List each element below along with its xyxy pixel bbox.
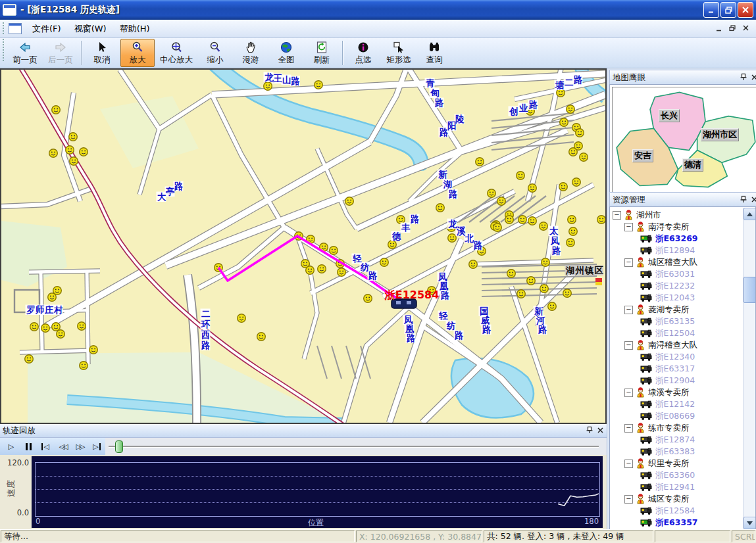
tree-node-vehicle[interactable]: 浙E12340	[611, 351, 745, 363]
collapse-icon[interactable]: −	[624, 258, 633, 267]
toolbar-button-info[interactable]: 点选	[346, 39, 380, 67]
map-view[interactable]: 龙王山路青甸路陵阳路创业路塘二路新湖路德丰路龙溪北路轻纺路轻纺路凤凰路凤凰路国威…	[0, 68, 607, 424]
tree-node-group-5[interactable]: −练市专卖所	[611, 422, 745, 434]
poi-marker[interactable]	[80, 148, 88, 156]
tree-node-vehicle[interactable]: 浙E08669	[611, 410, 745, 422]
tree-node-group-0[interactable]: −南浔专卖所	[611, 221, 745, 233]
tree-node-vehicle[interactable]: 浙E63383	[611, 446, 745, 458]
poi-marker[interactable]	[567, 239, 575, 247]
map-canvas[interactable]: 龙王山路青甸路陵阳路创业路塘二路新湖路德丰路龙溪北路轻纺路轻纺路凤凰路凤凰路国威…	[1, 70, 605, 423]
poi-marker[interactable]	[69, 133, 78, 141]
close-icon[interactable]	[751, 73, 756, 83]
tree-node-group-7[interactable]: −城区专卖所	[611, 493, 745, 505]
toolbar-grip[interactable]	[2, 38, 5, 62]
menu-item-0[interactable]: 文件(F)	[26, 20, 68, 37]
collapse-icon[interactable]: −	[624, 306, 633, 314]
poi-marker[interactable]	[364, 295, 372, 303]
collapse-icon[interactable]: −	[613, 211, 621, 220]
pause-button[interactable]	[20, 439, 37, 454]
mdi-restore-button[interactable]	[729, 25, 736, 32]
poi-marker[interactable]	[576, 129, 584, 137]
poi-marker[interactable]	[476, 158, 484, 166]
close-icon[interactable]	[597, 426, 604, 436]
poi-marker[interactable]	[548, 302, 557, 311]
poi-marker[interactable]	[264, 82, 272, 91]
go-end-button[interactable]: ▷	[88, 439, 105, 454]
poi-marker[interactable]	[559, 183, 568, 191]
slider-thumb[interactable]	[115, 440, 123, 453]
poi-marker[interactable]	[569, 227, 578, 236]
collapse-icon[interactable]: −	[624, 495, 633, 504]
tree-node-vehicle[interactable]: 浙E12941	[611, 481, 745, 493]
play-button[interactable]: ▷	[3, 439, 20, 454]
poi-marker[interactable]	[528, 217, 537, 225]
scroll-up-button[interactable]	[743, 208, 756, 220]
tree-node-root[interactable]: −湖州市	[611, 209, 745, 221]
poi-marker[interactable]	[330, 247, 338, 255]
pin-icon[interactable]	[740, 195, 747, 205]
collapse-icon[interactable]: −	[624, 341, 633, 350]
poi-marker[interactable]	[30, 323, 39, 331]
poi-marker[interactable]	[238, 314, 246, 323]
poi-marker[interactable]	[580, 153, 588, 162]
tree-node-vehicle[interactable]: 浙E12584	[611, 505, 745, 517]
tree-node-group-2[interactable]: −菱湖专卖所	[611, 304, 745, 316]
slider-track[interactable]	[109, 446, 599, 448]
tree-node-vehicle[interactable]: 浙E63360	[611, 469, 745, 481]
poi-marker[interactable]	[507, 270, 516, 278]
poi-marker[interactable]	[436, 204, 445, 212]
tree-node-vehicle[interactable]: 浙E63269	[611, 233, 745, 245]
eagle-eye-map[interactable]: 长兴 湖州市区 安吉 德清	[609, 84, 756, 195]
poi-marker[interactable]	[80, 362, 88, 370]
close-icon[interactable]	[751, 195, 756, 205]
toolbar-button-zoom-out[interactable]: 缩小	[198, 39, 232, 67]
playback-slider[interactable]	[109, 438, 602, 455]
poi-marker[interactable]	[493, 224, 502, 232]
poi-marker[interactable]	[52, 106, 61, 114]
poi-marker[interactable]	[563, 289, 572, 298]
tree-node-vehicle[interactable]: 浙E12874	[611, 434, 745, 446]
pin-icon[interactable]	[740, 73, 747, 83]
toolbar-button-zoom-in[interactable]: 放大	[120, 39, 155, 67]
poi-marker[interactable]	[49, 149, 58, 158]
toolbar-button-refresh[interactable]: 刷新	[305, 39, 339, 67]
poi-marker[interactable]	[540, 222, 548, 231]
tree-node-vehicle[interactable]: 浙E12904	[611, 375, 745, 387]
rewind-button[interactable]: ◁◁	[54, 439, 71, 454]
pin-icon[interactable]	[586, 426, 593, 436]
poi-marker[interactable]	[568, 216, 576, 224]
tree-node-vehicle[interactable]: 浙E63317	[611, 363, 745, 375]
poi-marker[interactable]	[597, 216, 605, 224]
tree-scrollbar[interactable]	[743, 208, 755, 529]
poi-marker[interactable]	[488, 189, 496, 198]
toolbar-button-rect-select[interactable]: 矩形选	[382, 39, 416, 67]
tree-node-group-4[interactable]: −埭溪专卖所	[611, 387, 745, 398]
tree-node-vehicle[interactable]: 浙E63135	[611, 316, 745, 327]
poi-marker[interactable]	[48, 293, 57, 302]
tree-node-group-1[interactable]: −城区稽查大队	[611, 256, 745, 268]
close-button[interactable]	[738, 2, 753, 18]
toolbar-button-zoom-center[interactable]: 中心放大	[156, 39, 197, 67]
mdi-close-button[interactable]	[743, 25, 749, 32]
minimize-button[interactable]	[703, 2, 719, 18]
tree-node-vehicle[interactable]: 浙E63031	[611, 268, 745, 280]
tree-node-vehicle[interactable]: 浙E63357	[611, 517, 745, 529]
tree-node-vehicle[interactable]: 浙E12142	[611, 398, 745, 410]
menubar-grip[interactable]	[2, 22, 5, 36]
poi-marker[interactable]	[89, 346, 98, 354]
poi-marker[interactable]	[388, 241, 397, 249]
poi-marker[interactable]	[70, 157, 78, 166]
tree-node-group-6[interactable]: −织里专卖所	[611, 458, 745, 469]
tree-node-vehicle[interactable]: 浙E12504	[611, 327, 745, 339]
tree-node-vehicle[interactable]: 浙E12043	[611, 292, 745, 304]
poi-marker[interactable]	[380, 258, 389, 267]
restore-button[interactable]	[720, 2, 736, 18]
collapse-icon[interactable]: −	[624, 424, 633, 433]
poi-marker[interactable]	[338, 268, 346, 277]
poi-marker[interactable]	[315, 81, 323, 89]
poi-marker[interactable]	[318, 265, 326, 273]
poi-marker[interactable]	[542, 258, 550, 267]
toolbar-button-arrow-left[interactable]: 前一页	[8, 39, 42, 67]
toolbar-button-cursor[interactable]: 取消	[85, 39, 119, 67]
poi-marker[interactable]	[574, 142, 583, 151]
